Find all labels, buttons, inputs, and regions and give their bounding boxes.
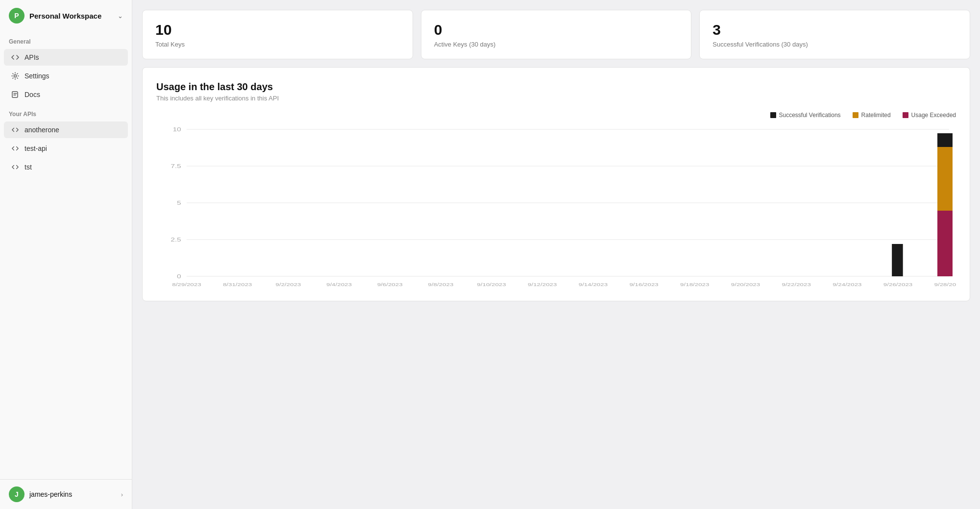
svg-text:9/28/2023: 9/28/2023: [934, 282, 956, 287]
legend-dot-usage-exceeded: [903, 112, 908, 118]
svg-text:5: 5: [177, 200, 181, 206]
stat-label-total-keys: Total Keys: [155, 41, 400, 48]
svg-text:9/26/2023: 9/26/2023: [883, 282, 912, 287]
legend-dot-ratelimited: [853, 112, 858, 118]
svg-text:9/10/2023: 9/10/2023: [477, 282, 506, 287]
sidebar-item-test-api[interactable]: test-api: [4, 140, 128, 157]
legend-label-successful: Successful Verifications: [779, 112, 841, 119]
general-section-label: General: [0, 31, 132, 48]
code-icon-api2: [11, 144, 20, 153]
legend-dot-successful: [770, 112, 776, 118]
sidebar-item-settings[interactable]: Settings: [4, 68, 128, 84]
api-item-test-api-label: test-api: [24, 145, 47, 152]
your-apis-section-label: Your APIs: [0, 104, 132, 121]
chevron-right-icon: ›: [121, 491, 123, 498]
sidebar-item-tst[interactable]: tst: [4, 159, 128, 175]
bar-9-28-ratelimited: [937, 147, 953, 211]
stat-value-active-keys: 0: [434, 21, 679, 39]
user-avatar: J: [9, 486, 24, 502]
user-name: james-perkins: [29, 490, 116, 498]
svg-text:9/2/2023: 9/2/2023: [275, 282, 301, 287]
stat-label-active-keys: Active Keys (30 days): [434, 41, 679, 48]
workspace-selector[interactable]: P Personal Workspace ⌄: [0, 0, 132, 31]
svg-text:9/22/2023: 9/22/2023: [782, 282, 810, 287]
stat-card-total-keys: 10 Total Keys: [142, 10, 413, 59]
sidebar-item-docs[interactable]: Docs: [4, 86, 128, 103]
chart-svg: 10 7.5 5 2.5 0 8/29/2023 8/31/2023 9/2/2…: [156, 124, 956, 291]
legend-label-ratelimited: Ratelimited: [861, 112, 891, 119]
stat-card-successful-verifications: 3 Successful Verifications (30 days): [699, 10, 970, 59]
api-item-anotherone-label: anotherone: [24, 126, 59, 134]
svg-text:9/14/2023: 9/14/2023: [579, 282, 608, 287]
sidebar-item-apis-label: APIs: [24, 53, 39, 61]
user-profile[interactable]: J james-perkins ›: [0, 479, 132, 509]
svg-text:9/6/2023: 9/6/2023: [377, 282, 403, 287]
code-icon-api1: [11, 125, 20, 134]
workspace-initial: P: [14, 12, 19, 20]
chart-wrapper: 10 7.5 5 2.5 0 8/29/2023 8/31/2023 9/2/2…: [156, 124, 956, 291]
main-content: 10 Total Keys 0 Active Keys (30 days) 3 …: [132, 0, 980, 509]
bar-9-26-successful: [892, 244, 903, 276]
chevron-down-icon: ⌄: [118, 12, 123, 20]
svg-point-0: [14, 75, 17, 77]
user-initial: J: [15, 490, 19, 498]
svg-text:2.5: 2.5: [171, 237, 181, 242]
svg-text:9/12/2023: 9/12/2023: [528, 282, 557, 287]
legend-ratelimited: Ratelimited: [853, 112, 891, 119]
stat-label-successful-verifications: Successful Verifications (30 days): [712, 41, 957, 48]
svg-text:9/20/2023: 9/20/2023: [731, 282, 760, 287]
book-icon: [11, 90, 20, 99]
legend-label-usage-exceeded: Usage Exceeded: [911, 112, 956, 119]
sidebar-item-docs-label: Docs: [24, 91, 40, 98]
code-icon: [11, 53, 20, 62]
stats-row: 10 Total Keys 0 Active Keys (30 days) 3 …: [142, 10, 970, 59]
svg-text:8/31/2023: 8/31/2023: [223, 282, 252, 287]
sidebar-item-anotherone[interactable]: anotherone: [4, 121, 128, 138]
bar-9-28-usage-exceeded: [937, 211, 953, 276]
chart-subtitle: This includes all key verifications in t…: [156, 95, 956, 102]
workspace-name: Personal Workspace: [29, 12, 113, 20]
svg-text:9/24/2023: 9/24/2023: [833, 282, 861, 287]
bar-9-28-successful: [937, 133, 953, 147]
chart-card: Usage in the last 30 days This includes …: [142, 67, 970, 301]
svg-text:10: 10: [172, 126, 181, 132]
legend-usage-exceeded: Usage Exceeded: [903, 112, 956, 119]
svg-text:9/18/2023: 9/18/2023: [680, 282, 709, 287]
svg-text:7.5: 7.5: [171, 163, 181, 169]
stat-card-active-keys: 0 Active Keys (30 days): [421, 10, 692, 59]
legend-successful: Successful Verifications: [770, 112, 841, 119]
gear-icon: [11, 72, 20, 80]
sidebar: P Personal Workspace ⌄ General APIs Sett…: [0, 0, 132, 509]
stat-value-successful-verifications: 3: [712, 21, 957, 39]
sidebar-item-apis[interactable]: APIs: [4, 49, 128, 66]
chart-title: Usage in the last 30 days: [156, 81, 956, 93]
svg-text:9/4/2023: 9/4/2023: [326, 282, 352, 287]
workspace-avatar: P: [9, 8, 24, 24]
code-icon-api3: [11, 163, 20, 171]
sidebar-item-settings-label: Settings: [24, 72, 49, 80]
svg-text:8/29/2023: 8/29/2023: [172, 282, 201, 287]
svg-text:9/8/2023: 9/8/2023: [428, 282, 453, 287]
svg-text:0: 0: [177, 273, 181, 279]
svg-text:9/16/2023: 9/16/2023: [629, 282, 658, 287]
chart-legend: Successful Verifications Ratelimited Usa…: [156, 112, 956, 119]
api-item-tst-label: tst: [24, 163, 32, 171]
stat-value-total-keys: 10: [155, 21, 400, 39]
